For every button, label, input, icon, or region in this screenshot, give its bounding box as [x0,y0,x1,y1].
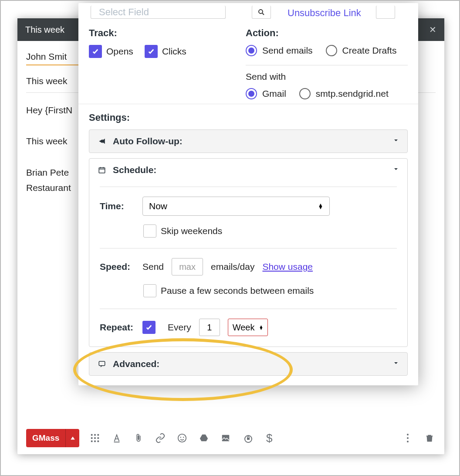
time-select[interactable]: Now ▲▼ [142,197,330,216]
gmass-button[interactable]: GMass [26,429,79,447]
time-value: Now [149,201,167,211]
svg-rect-6 [91,441,93,442]
auto-followup-label: Auto Follow-up: [113,136,386,146]
track-label: Track: [89,27,220,39]
confidential-icon[interactable] [241,432,254,444]
gmass-dropdown[interactable] [65,429,79,447]
svg-point-18 [407,441,409,442]
updown-icon: ▲▼ [318,204,323,209]
svg-point-10 [178,434,186,442]
svg-rect-3 [91,437,93,439]
svg-point-17 [407,437,409,439]
speed-unit: emails/day [211,262,254,272]
track-opens-checkbox[interactable]: Opens [89,45,133,58]
svg-rect-4 [94,437,96,439]
svg-rect-9 [114,442,120,442]
repeat-count-input[interactable]: 1 [199,319,220,336]
drive-icon[interactable] [198,432,210,444]
grid-icon[interactable] [89,432,101,444]
unsubscribe-link[interactable]: Unsubscribe Link [288,7,361,19]
action-drafts-radio[interactable]: Create Drafts [326,45,397,56]
svg-point-16 [407,434,409,435]
repeat-checkbox[interactable] [142,321,160,334]
speed-max-input[interactable]: max [172,258,203,275]
svg-point-12 [183,437,184,438]
money-icon[interactable]: $ [263,432,275,444]
svg-rect-21 [99,361,105,366]
settings-heading: Settings: [89,104,408,129]
checkbox-empty-icon [143,284,156,297]
attach-icon[interactable] [132,432,145,444]
auto-followup-accordion[interactable]: Auto Follow-up: [89,129,408,153]
pause-label: Pause a few seconds between emails [161,286,314,296]
advanced-accordion[interactable]: Advanced: [89,352,408,376]
svg-point-19 [259,10,263,14]
svg-rect-7 [94,441,96,442]
more-icon[interactable] [402,432,414,444]
schedule-label: Schedule: [113,165,386,175]
image-icon[interactable] [220,432,232,444]
gmass-settings-panel: Select Field Unsubscribe Link Track: Ope… [78,3,418,385]
repeat-label: Repeat: [100,322,135,333]
track-clicks-label: Clicks [162,46,186,57]
radio-checked-icon [246,45,257,56]
svg-rect-1 [94,434,96,436]
svg-rect-13 [222,435,230,442]
speed-label: Speed: [100,262,135,272]
svg-rect-20 [99,168,105,173]
svg-rect-15 [247,438,250,440]
advanced-label: Advanced: [113,359,386,369]
radio-icon [299,88,311,99]
link-icon[interactable] [154,432,166,444]
chevron-down-icon [392,137,399,146]
action-send-label: Send emails [262,45,313,56]
chat-icon [97,360,107,368]
checkbox-checked-icon [89,45,102,58]
schedule-accordion: Schedule: Time: Now ▲▼ [89,158,408,347]
checkbox-empty-icon [143,224,156,238]
gmass-label: GMass [26,429,65,447]
track-clicks-checkbox[interactable]: Clicks [145,45,186,58]
compose-toolbar: GMass $ [17,422,444,454]
time-label: Time: [100,201,135,211]
sendwith-heading: Send with [246,71,408,82]
pause-checkbox[interactable]: Pause a few seconds between emails [143,284,314,297]
action-label: Action: [246,27,408,39]
radio-checked-icon [246,88,257,99]
emoji-icon[interactable] [176,432,188,444]
sendwith-sendgrid-radio[interactable]: smtp.sendgrid.net [299,88,389,99]
skip-weekends-checkbox[interactable]: Skip weekends [143,224,222,238]
search-button[interactable] [252,6,271,19]
sendwith-sendgrid-label: smtp.sendgrid.net [316,88,389,99]
svg-rect-0 [91,434,93,436]
unsub-extra[interactable] [376,6,395,19]
repeat-unit-value: Week [233,323,255,333]
svg-rect-8 [98,441,99,442]
svg-point-11 [180,437,181,438]
trash-icon[interactable] [423,432,436,444]
sendwith-gmail-radio[interactable]: Gmail [246,88,286,99]
chevron-down-icon [392,166,399,174]
close-icon[interactable]: ✕ [429,24,436,35]
action-drafts-label: Create Drafts [342,45,397,56]
text-format-icon[interactable] [111,432,123,444]
speed-send-text: Send [142,262,164,272]
sendwith-gmail-label: Gmail [262,88,286,99]
svg-rect-5 [98,437,99,439]
radio-icon [326,45,337,56]
action-send-radio[interactable]: Send emails [246,45,313,56]
calendar-icon [97,166,107,174]
track-opens-label: Opens [106,46,133,57]
repeat-unit-select[interactable]: Week ▲▼ [228,319,268,336]
repeat-every-text: Every [168,322,191,333]
schedule-header[interactable]: Schedule: [89,159,407,181]
svg-rect-2 [98,434,99,436]
compose-subject-heading: This week [25,25,64,35]
chevron-down-icon [392,360,399,368]
checkbox-checked-icon [145,45,158,58]
updown-icon: ▲▼ [259,325,263,330]
show-usage-link[interactable]: Show usage [262,262,313,272]
share-icon [97,137,107,145]
select-field-dropdown[interactable]: Select Field [91,6,226,19]
checkbox-checked-icon [142,321,156,334]
